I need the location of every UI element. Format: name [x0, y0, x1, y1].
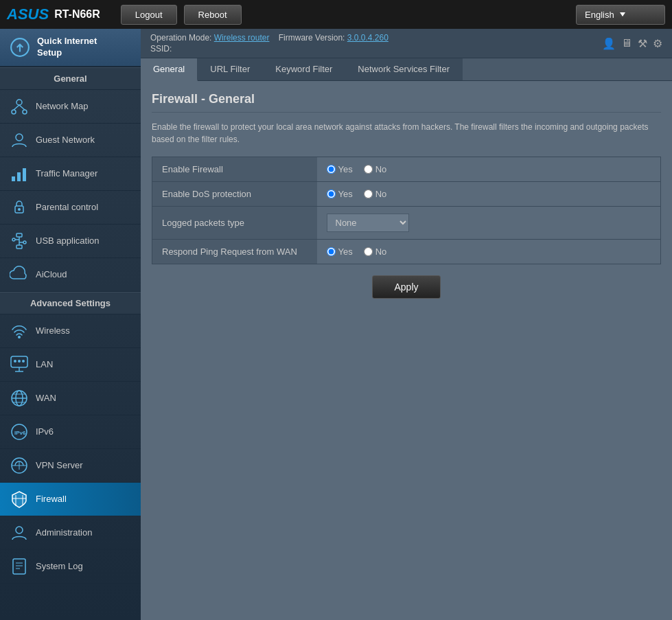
tab-bar: General URL Filter Keyword Filter Networ… [141, 58, 672, 81]
wan-icon [10, 389, 29, 408]
share-icon[interactable]: ⚒ [638, 37, 647, 50]
firmware-value[interactable]: 3.0.0.4.260 [347, 33, 389, 43]
tab-url-filter[interactable]: URL Filter [198, 58, 263, 80]
page-title: Firewall - General [152, 92, 661, 113]
traffic-manager-icon [10, 164, 29, 183]
tab-network-services-filter[interactable]: Network Services Filter [345, 58, 463, 80]
respond-ping-label: Respond Ping Request from WAN [152, 240, 317, 264]
respond-ping-no[interactable]: No [364, 246, 387, 257]
main-layout: Quick InternetSetup General Network Map [0, 29, 672, 620]
sidebar-item-parental-control[interactable]: Parental control [0, 191, 141, 225]
vpn-server-icon [10, 456, 29, 475]
system-log-label: System Log [36, 561, 83, 571]
quick-setup-label: Quick InternetSetup [37, 36, 97, 59]
parental-control-label: Parental control [36, 202, 98, 212]
network-map-icon [10, 97, 29, 116]
enable-dos-no[interactable]: No [364, 189, 387, 199]
operation-mode-label: Operation Mode: [150, 33, 211, 43]
enable-firewall-label: Enable Firewall [152, 157, 317, 182]
enable-firewall-yes-radio[interactable] [327, 165, 336, 174]
logout-button[interactable]: Logout [121, 5, 177, 25]
user-icon[interactable]: 👤 [602, 37, 616, 50]
logged-packets-label: Logged packets type [152, 207, 317, 240]
vpn-server-label: VPN Server [36, 460, 83, 470]
usb-application-icon [10, 231, 29, 251]
respond-ping-yes-radio[interactable] [327, 247, 336, 256]
logged-packets-select[interactable]: None Dropped Accepted Both [327, 214, 409, 232]
svg-line-6 [19, 105, 25, 110]
ipv6-icon: IPv6 [10, 422, 29, 441]
aicloud-icon [10, 265, 29, 284]
system-log-icon [10, 557, 29, 576]
wan-label: WAN [36, 393, 56, 403]
language-selector[interactable]: English [576, 5, 665, 25]
wireless-label: Wireless [36, 325, 70, 336]
firewall-label: Firewall [36, 494, 67, 504]
enable-dos-options: Yes No [317, 182, 661, 207]
svg-line-5 [14, 105, 19, 110]
firewall-icon [10, 490, 29, 509]
svg-rect-8 [12, 176, 15, 181]
sidebar-item-system-log[interactable]: System Log [0, 550, 141, 584]
svg-rect-10 [23, 168, 26, 181]
table-row-respond-ping: Respond Ping Request from WAN Yes No [152, 240, 661, 264]
operation-mode-value[interactable]: Wireless router [214, 33, 270, 43]
traffic-manager-label: Traffic Manager [36, 168, 97, 179]
enable-dos-label: Enable DoS protection [152, 182, 317, 207]
quick-setup-icon [10, 37, 30, 58]
sidebar-item-administration[interactable]: Administration [0, 516, 141, 550]
sidebar-item-quick-setup[interactable]: Quick InternetSetup [0, 29, 141, 67]
enable-dos-yes[interactable]: Yes [327, 189, 353, 199]
svg-rect-9 [17, 172, 21, 181]
sidebar: Quick InternetSetup General Network Map [0, 29, 141, 620]
reboot-button[interactable]: Reboot [184, 5, 242, 25]
usb-application-label: USB application [36, 236, 100, 246]
svg-point-19 [23, 241, 26, 244]
enable-firewall-yes[interactable]: Yes [327, 164, 353, 174]
language-dropdown-arrow [620, 12, 625, 16]
logo-asus-text: ASUS [7, 5, 49, 23]
wireless-icon [10, 321, 29, 341]
sidebar-item-lan[interactable]: LAN [0, 348, 141, 382]
sidebar-item-usb-application[interactable]: USB application [0, 225, 141, 258]
respond-ping-yes[interactable]: Yes [327, 246, 353, 257]
advanced-section-header: Advanced Settings [0, 292, 141, 314]
content-area: Firewall - General Enable the firewall t… [141, 81, 672, 620]
ssid-label: SSID: [150, 44, 172, 54]
enable-firewall-no[interactable]: No [364, 164, 387, 174]
sidebar-item-aicloud[interactable]: AiCloud [0, 258, 141, 292]
lan-label: LAN [36, 359, 53, 369]
logo-model-text: RT-N66R [54, 8, 100, 21]
settings-table: Enable Firewall Yes No [152, 157, 661, 264]
sidebar-item-wan[interactable]: WAN [0, 382, 141, 415]
sidebar-item-traffic-manager[interactable]: Traffic Manager [0, 157, 141, 191]
svg-point-7 [16, 134, 23, 141]
page-description: Enable the firewall to protect your loca… [152, 121, 661, 146]
monitor-icon[interactable]: 🖥 [621, 37, 632, 49]
svg-point-40 [16, 527, 23, 533]
sidebar-item-ipv6[interactable]: IPv6 IPv6 [0, 415, 141, 449]
info-bar: Operation Mode: Wireless router Firmware… [141, 29, 672, 58]
enable-firewall-options: Yes No [317, 157, 661, 182]
apply-button[interactable]: Apply [372, 275, 441, 299]
enable-dos-yes-radio[interactable] [327, 190, 336, 198]
sidebar-item-firewall[interactable]: Firewall [0, 483, 141, 516]
sidebar-item-network-map[interactable]: Network Map [0, 90, 141, 124]
svg-text:IPv6: IPv6 [14, 430, 26, 436]
tab-keyword-filter[interactable]: Keyword Filter [263, 58, 345, 80]
table-row-logged-packets: Logged packets type None Dropped Accepte… [152, 207, 661, 240]
tab-general[interactable]: General [141, 58, 198, 81]
enable-firewall-no-radio[interactable] [364, 165, 373, 174]
firmware-label: Firmware Version: [279, 33, 345, 43]
respond-ping-no-radio[interactable] [364, 247, 373, 256]
sidebar-item-wireless[interactable]: Wireless [0, 314, 141, 348]
info-icons: 👤 🖥 ⚒ ⚙ [602, 37, 662, 50]
sidebar-item-vpn-server[interactable]: VPN Server [0, 449, 141, 483]
administration-icon [10, 523, 29, 542]
settings-icon[interactable]: ⚙ [653, 37, 662, 50]
sidebar-item-guest-network[interactable]: Guest Network [0, 124, 141, 157]
enable-dos-no-radio[interactable] [364, 190, 373, 198]
aicloud-label: AiCloud [36, 269, 67, 279]
main-content: Operation Mode: Wireless router Firmware… [141, 29, 672, 620]
guest-network-icon [10, 130, 29, 150]
